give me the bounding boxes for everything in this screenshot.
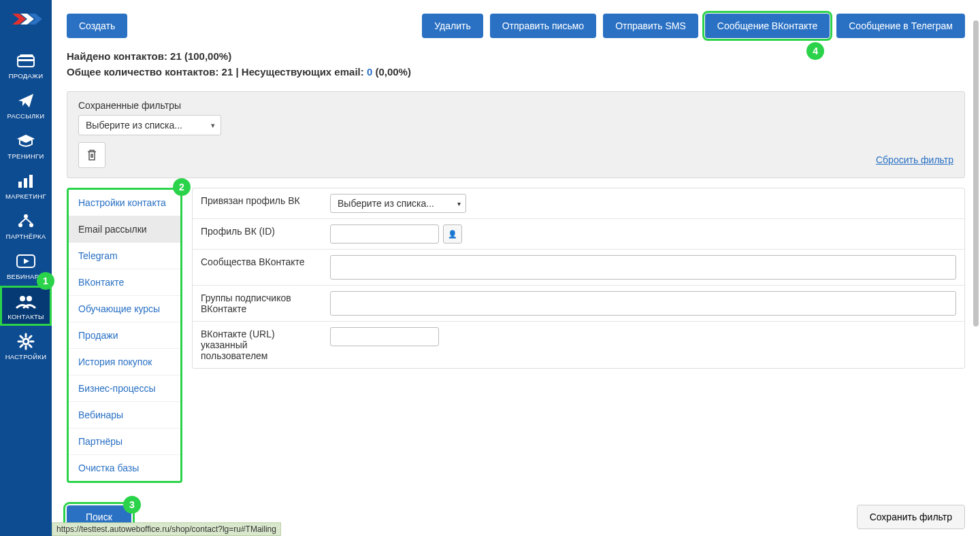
nav-label: НАСТРОЙКИ: [5, 353, 47, 361]
vk-profile-linked-select[interactable]: Выберите из списка...: [330, 194, 466, 213]
found-label: Найдено контактов:: [67, 50, 170, 62]
tab-bizproc[interactable]: Бизнес-процессы: [69, 375, 180, 402]
tab-cleanup[interactable]: Очистка базы: [69, 455, 180, 481]
app-logo: [9, 5, 43, 33]
tab-partners[interactable]: Партнёры: [69, 429, 180, 455]
pick-user-button[interactable]: 👤: [443, 224, 462, 244]
saved-filter-bar: Сохраненные фильтры Выберите из списка..…: [67, 91, 965, 178]
tab-telegram[interactable]: Telegram: [69, 243, 180, 269]
user-plus-icon: 👤: [448, 230, 457, 239]
filter-tabs: Настройки контакта Email рассылки Telegr…: [67, 188, 182, 483]
network-icon: [15, 212, 37, 230]
vk-communities-input[interactable]: [330, 255, 956, 280]
saved-filter-select[interactable]: Выберите из списка...: [78, 115, 221, 135]
found-contacts: Найдено контактов: 21 (100,00%): [67, 50, 965, 62]
nav-label: ТРЕНИНГИ: [7, 152, 44, 160]
nav-settings[interactable]: НАСТРОЙКИ: [0, 326, 52, 366]
save-filter-button[interactable]: Сохранить фильтр: [857, 505, 965, 529]
nav-partners[interactable]: ПАРТНЁРКА: [0, 205, 52, 246]
svg-point-8: [29, 223, 33, 227]
svg-rect-2: [20, 54, 33, 57]
tab-courses[interactable]: Обучающие курсы: [69, 296, 180, 322]
reset-filter-link[interactable]: Сбросить фильтр: [876, 154, 953, 165]
field-label-vk-communities: Сообщества ВКонтакте: [193, 250, 322, 285]
svg-rect-5: [29, 175, 33, 188]
send-email-button[interactable]: Отправить письмо: [490, 14, 596, 38]
stats-block: Найдено контактов: 21 (100,00%) Общее ко…: [52, 45, 980, 91]
send-sms-button[interactable]: Отправить SMS: [603, 14, 698, 38]
svg-rect-3: [18, 182, 22, 188]
bar-chart-icon: [15, 172, 37, 190]
nav-label: МАРКЕТИНГ: [5, 192, 46, 200]
nav-mailings[interactable]: РАССЫЛКИ: [0, 85, 52, 125]
tab-sales[interactable]: Продажи: [69, 322, 180, 349]
vk-profile-id-input[interactable]: [330, 224, 439, 244]
nav-webinars[interactable]: ВЕБИНАРЫ 1: [0, 246, 52, 286]
nav-trainings[interactable]: ТРЕНИНГИ: [0, 125, 52, 165]
play-icon: [15, 252, 37, 270]
filter-form: Привязан профиль ВК Выберите из списка..…: [192, 188, 965, 369]
tab-vkontakte[interactable]: ВКонтакте: [69, 269, 180, 296]
step-badge-3: 3: [123, 496, 141, 514]
action-bar: Создать Удалить Отправить письмо Отправи…: [52, 0, 980, 45]
scroll-thumb[interactable]: [973, 20, 979, 326]
vk-subscriber-groups-input[interactable]: [330, 291, 956, 316]
svg-point-10: [20, 296, 25, 301]
nav-label: КОНТАКТЫ: [7, 313, 44, 320]
status-bar-url: https://testtest.autoweboffice.ru/shop/c…: [52, 522, 281, 536]
total-label: Общее количество контактов: 21 | Несущес…: [67, 66, 367, 78]
vk-url-input[interactable]: [330, 327, 439, 346]
svg-point-7: [18, 223, 22, 227]
nav-marketing[interactable]: МАРКЕТИНГ: [0, 165, 52, 205]
svg-rect-0: [18, 56, 34, 67]
svg-point-12: [23, 339, 29, 344]
gear-icon: [15, 333, 37, 350]
tab-email-mailings[interactable]: Email рассылки: [69, 216, 180, 243]
field-label-vk-url: ВКонтакте (URL) указанный пользователем: [193, 322, 322, 368]
delete-button[interactable]: Удалить: [422, 14, 483, 38]
invalid-emails-count: 0: [367, 66, 372, 78]
nav-label: РАССЫЛКИ: [7, 112, 45, 120]
tab-purchase-history[interactable]: История покупок: [69, 349, 180, 375]
svg-point-11: [27, 296, 32, 301]
paper-plane-icon: [15, 92, 37, 110]
invalid-emails-pct: (0,00%): [375, 66, 411, 78]
tab-webinars[interactable]: Вебинары: [69, 402, 180, 429]
create-button[interactable]: Создать: [67, 14, 127, 38]
saved-filters-label: Сохраненные фильтры: [78, 100, 221, 111]
scrollbar[interactable]: [972, 20, 979, 510]
message-vk-button[interactable]: Сообщение ВКонтакте: [705, 14, 830, 38]
step-badge-1: 1: [37, 272, 54, 290]
step-badge-2: 2: [173, 178, 191, 196]
nav-label: ПРОДАЖИ: [9, 72, 44, 80]
trash-icon: [86, 149, 97, 161]
main-content: Создать Удалить Отправить письмо Отправи…: [52, 0, 980, 536]
delete-filter-button[interactable]: [78, 142, 105, 168]
found-value: 21 (100,00%): [170, 50, 231, 62]
svg-rect-4: [24, 178, 27, 188]
nav-sales[interactable]: ПРОДАЖИ: [0, 45, 52, 85]
field-label-vk-groups: Группы подписчиков ВКонтакте: [193, 286, 322, 321]
nav-label: ПАРТНЁРКА: [6, 233, 46, 240]
total-contacts: Общее количество контактов: 21 | Несущес…: [67, 66, 965, 78]
bulk-actions: Удалить Отправить письмо Отправить SMS С…: [422, 14, 965, 38]
users-icon: [15, 292, 37, 310]
wallet-icon: [15, 52, 37, 69]
svg-rect-1: [18, 59, 34, 61]
sidebar: ПРОДАЖИ РАССЫЛКИ ТРЕНИНГИ МАРКЕТИНГ ПАРТ: [0, 0, 52, 536]
select-value: Выберите из списка...: [338, 198, 434, 209]
svg-point-6: [24, 214, 28, 218]
field-label-vk-profile-id: Профиль ВК (ID): [193, 219, 322, 249]
select-value: Выберите из списка...: [86, 120, 182, 131]
field-label-vk-profile-linked: Привязан профиль ВК: [193, 188, 322, 218]
message-telegram-button[interactable]: Сообщение в Телеграм: [836, 14, 965, 38]
nav-contacts[interactable]: КОНТАКТЫ: [0, 286, 52, 326]
tab-contact-settings[interactable]: Настройки контакта: [69, 190, 180, 216]
graduation-cap-icon: [15, 132, 37, 150]
